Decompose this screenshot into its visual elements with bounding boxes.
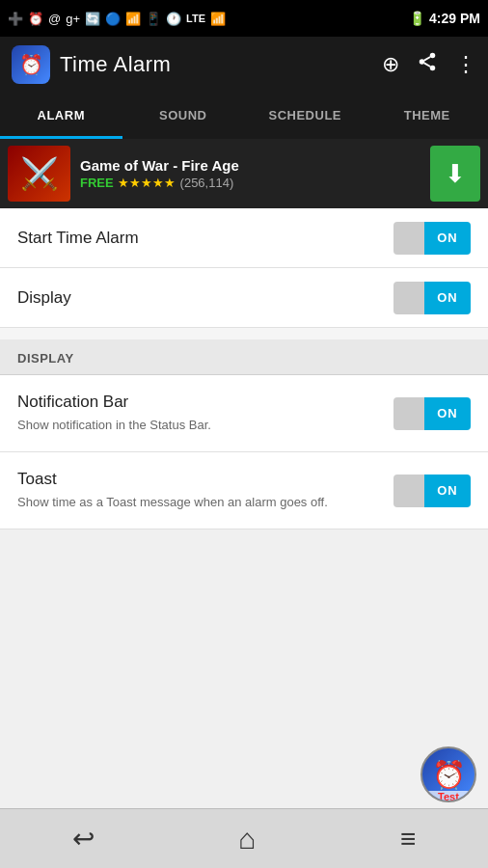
add-button[interactable]: ⊕ — [382, 52, 399, 77]
toast-row[interactable]: Toast Show time as a Toast message when … — [0, 452, 488, 529]
tab-schedule[interactable]: SCHEDULE — [244, 93, 366, 137]
signal-status-icon: 📶 — [125, 12, 141, 26]
phone-status-icon: 📱 — [146, 12, 161, 26]
notif-toggle-off — [393, 397, 424, 430]
notification-bar-info: Notification Bar Show notification in th… — [17, 393, 393, 434]
toast-toggle[interactable]: ON — [393, 475, 471, 507]
status-right: 🔋 4:29 PM — [409, 11, 480, 26]
toast-toggle-on: ON — [424, 475, 471, 507]
ad-free-label: FREE — [80, 176, 114, 190]
back-button[interactable]: ↩ — [72, 823, 95, 854]
ad-image: ⚔️ — [8, 146, 70, 202]
menu-button[interactable]: ≡ — [400, 824, 416, 854]
spacer — [0, 328, 488, 339]
ad-title: Game of War - Fire Age — [80, 157, 420, 174]
add-status-icon: ➕ — [8, 12, 23, 26]
share-button[interactable] — [417, 51, 438, 78]
start-time-alarm-label: Start Time Alarm — [17, 229, 393, 248]
start-time-alarm-toggle[interactable]: ON — [393, 222, 471, 255]
ad-details: FREE ★★★★★ (256,114) — [80, 174, 420, 191]
svg-point-1 — [420, 59, 425, 65]
display-toggle[interactable]: ON — [393, 282, 471, 314]
gplus-status-icon: g+ — [66, 12, 80, 26]
fab-clock-icon: ⏰ — [432, 759, 466, 791]
at-status-icon: @ — [48, 12, 61, 26]
svg-line-3 — [424, 63, 430, 67]
display-section-header: DISPLAY — [0, 339, 488, 375]
battery-icon: 🔋 — [409, 11, 425, 26]
home-button[interactable]: ⌂ — [238, 823, 256, 855]
status-icons-left: ➕ ⏰ @ g+ 🔄 🔵 📶 📱 🕐 LTE 📶 — [8, 12, 226, 26]
clock-status-icon: 🕐 — [166, 12, 181, 26]
svg-point-2 — [430, 66, 436, 71]
notification-bar-toggle[interactable]: ON — [393, 397, 471, 430]
notification-bar-label: Notification Bar — [17, 393, 393, 412]
ad-download-button[interactable]: ⬇ — [430, 146, 480, 202]
fab-label: Test — [422, 791, 474, 802]
fab-circle: ⏰ Test — [420, 746, 476, 802]
toast-info: Toast Show time as a Toast message when … — [17, 470, 393, 511]
display-toggle-off — [393, 282, 424, 314]
lte-status-icon: LTE — [186, 13, 205, 24]
toast-toggle-off — [393, 475, 424, 507]
refresh-status-icon: 🔄 — [85, 12, 100, 26]
display-toggle-on: ON — [424, 282, 471, 314]
tab-alarm[interactable]: ALARM — [0, 93, 122, 137]
signal-bars-icon: 📶 — [210, 12, 226, 26]
app-bar: ⏰ Time Alarm ⊕ ⋮ — [0, 37, 488, 93]
tab-theme[interactable]: THEME — [366, 93, 489, 137]
test-fab-button[interactable]: ⏰ Test — [420, 746, 476, 802]
svg-line-4 — [424, 57, 430, 61]
app-title: Time Alarm — [60, 52, 372, 77]
tab-bar: ALARM SOUND SCHEDULE THEME — [0, 93, 488, 139]
app-bar-actions: ⊕ ⋮ — [382, 51, 476, 78]
toast-label: Toast — [17, 470, 393, 489]
time-display: 4:29 PM — [429, 11, 480, 26]
toggle-off-part — [393, 222, 424, 255]
bottom-nav: ↩ ⌂ ≡ — [0, 808, 488, 868]
display-label: Display — [17, 288, 393, 308]
svg-point-0 — [430, 53, 436, 59]
content-area: Start Time Alarm ON Display ON DISPLAY N… — [0, 208, 488, 529]
toast-desc: Show time as a Toast message when an ala… — [17, 494, 393, 511]
ad-banner[interactable]: ⚔️ Game of War - Fire Age FREE ★★★★★ (25… — [0, 139, 488, 208]
alarm-status-icon: ⏰ — [28, 12, 43, 26]
start-time-alarm-row[interactable]: Start Time Alarm ON — [0, 208, 488, 268]
display-row[interactable]: Display ON — [0, 268, 488, 328]
app-logo: ⏰ — [12, 45, 50, 84]
logo-icon: ⏰ — [19, 53, 43, 76]
ad-content: Game of War - Fire Age FREE ★★★★★ (256,1… — [80, 157, 420, 191]
notif-toggle-on: ON — [424, 397, 471, 430]
bt-status-icon: 🔵 — [105, 12, 121, 26]
display-section-title: DISPLAY — [17, 351, 74, 366]
notification-bar-desc: Show notification in the Status Bar. — [17, 417, 393, 434]
toggle-on-part: ON — [424, 222, 471, 255]
download-icon: ⬇ — [445, 159, 466, 189]
ad-stars: ★★★★★ — [118, 176, 176, 190]
more-options-button[interactable]: ⋮ — [455, 52, 476, 77]
ad-rating-count: (256,114) — [180, 176, 234, 190]
notification-bar-row[interactable]: Notification Bar Show notification in th… — [0, 375, 488, 452]
tab-sound[interactable]: SOUND — [122, 93, 245, 137]
status-bar: ➕ ⏰ @ g+ 🔄 🔵 📶 📱 🕐 LTE 📶 🔋 4:29 PM — [0, 0, 488, 37]
